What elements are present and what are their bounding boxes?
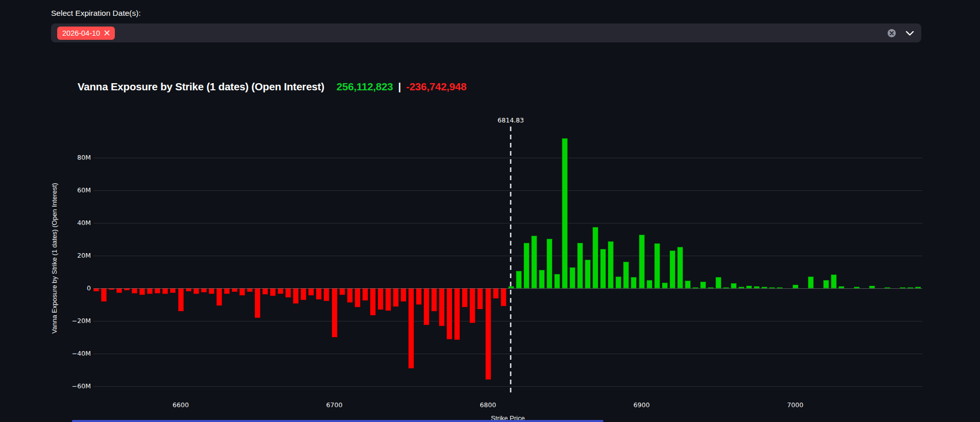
vanna-bar: [616, 277, 621, 288]
vanna-exposure-chart: Vanna Exposure by Strike (1 dates) (Open…: [0, 0, 980, 422]
vanna-bar: [524, 243, 529, 288]
vanna-bar: [370, 288, 376, 315]
vanna-bar: [531, 236, 537, 288]
grid-line: [93, 190, 922, 191]
x-tick-label: 6900: [633, 401, 650, 409]
vanna-bar: [639, 235, 645, 288]
vanna-bar: [631, 277, 636, 288]
vanna-bar: [293, 288, 299, 304]
vanna-bar: [424, 288, 429, 325]
vanna-bar: [301, 288, 306, 300]
vanna-bar: [823, 280, 829, 288]
vanna-bar: [262, 288, 268, 294]
vanna-bar: [385, 288, 391, 311]
vanna-bar: [401, 288, 406, 302]
vanna-bar: [209, 288, 214, 294]
vanna-bar: [332, 288, 337, 337]
vanna-bar: [285, 288, 291, 297]
vanna-bar: [308, 288, 314, 295]
vanna-bar: [239, 288, 245, 295]
vanna-bar: [501, 288, 506, 306]
vanna-bar: [431, 288, 437, 311]
vanna-bar: [162, 288, 168, 294]
vanna-bar: [623, 262, 629, 288]
vanna-bar: [362, 288, 368, 301]
vanna-bar: [439, 288, 445, 326]
vanna-bar: [654, 243, 660, 288]
vanna-bar: [608, 241, 614, 288]
vanna-bar: [339, 288, 345, 295]
vanna-bar: [393, 288, 399, 307]
y-tick-label: −40M: [51, 350, 91, 357]
vanna-bar: [454, 288, 460, 340]
vanna-bar: [554, 274, 560, 288]
vanna-bar: [355, 288, 360, 307]
vanna-bar: [347, 288, 353, 303]
vanna-bar: [408, 288, 414, 368]
vanna-bar: [232, 288, 237, 292]
y-tick-label: −60M: [51, 382, 91, 390]
vanna-bar: [731, 283, 737, 288]
vanna-bar: [378, 288, 383, 310]
vanna-bar: [677, 247, 683, 288]
zero-line: [93, 288, 922, 289]
vanna-bar: [316, 288, 322, 300]
vanna-bar: [462, 288, 468, 307]
grid-line: [93, 158, 922, 158]
vanna-bar: [716, 277, 721, 288]
vanna-bar: [662, 283, 668, 288]
vanna-bar: [170, 288, 176, 293]
vanna-bar: [447, 288, 452, 339]
vanna-bar: [647, 280, 652, 288]
vanna-bar: [178, 288, 184, 311]
x-tick-label: 7000: [787, 401, 803, 409]
vanna-bar: [808, 277, 814, 288]
vanna-bar: [593, 227, 598, 288]
vanna-bar: [831, 275, 837, 288]
vanna-bar: [670, 251, 675, 288]
y-tick-label: −20M: [51, 317, 91, 325]
vanna-bar: [577, 243, 583, 288]
y-tick-label: 40M: [51, 219, 91, 227]
grid-line: [93, 223, 922, 224]
vanna-bar: [132, 288, 137, 293]
vanna-bar: [101, 288, 107, 302]
vanna-bar: [493, 288, 499, 299]
y-tick-label: 60M: [51, 186, 91, 194]
vanna-bar: [516, 271, 522, 288]
vanna-bar: [477, 288, 483, 309]
vanna-bar: [793, 285, 798, 288]
x-tick-label: 6600: [173, 401, 189, 409]
vanna-bar: [416, 288, 422, 305]
vanna-bar: [147, 288, 153, 294]
y-tick-label: 80M: [51, 154, 91, 161]
vanna-bar: [155, 288, 160, 293]
vanna-bar: [270, 288, 276, 296]
vanna-bar: [562, 138, 568, 288]
vanna-bar: [201, 288, 207, 292]
vanna-bar: [470, 288, 475, 323]
grid-line: [93, 386, 922, 387]
vanna-bar: [570, 267, 575, 288]
vanna-bar: [224, 288, 230, 294]
vanna-bar: [547, 239, 552, 288]
y-tick-label: 0: [51, 284, 91, 292]
vanna-bar: [585, 260, 591, 288]
vanna-bar: [685, 281, 691, 288]
bottom-widget-edge[interactable]: [72, 420, 603, 422]
vanna-bar: [255, 288, 260, 318]
vanna-bar: [485, 288, 491, 380]
vanna-bar: [247, 288, 253, 292]
vanna-bar: [700, 282, 706, 288]
vanna-bar: [539, 270, 545, 288]
vanna-bar: [193, 288, 199, 294]
y-tick-label: 20M: [51, 252, 91, 259]
vanna-bar: [278, 288, 283, 294]
grid-line: [93, 354, 922, 354]
vanna-bar: [324, 288, 329, 301]
spot-flip-line: [510, 127, 511, 396]
grid-line: [93, 256, 922, 256]
spot-price-label: 6814.83: [498, 116, 524, 124]
vanna-bar: [139, 288, 145, 295]
vanna-bar: [216, 288, 222, 306]
